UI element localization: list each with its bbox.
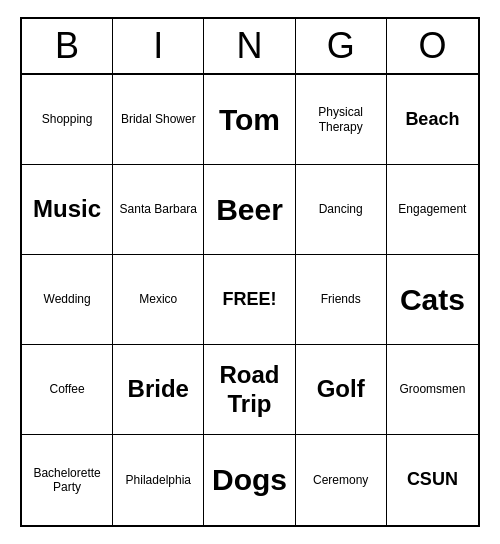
- bingo-cell-21: Philadelphia: [113, 435, 204, 525]
- bingo-cell-8: Dancing: [296, 165, 387, 255]
- header-letter: G: [296, 19, 387, 73]
- bingo-cell-5: Music: [22, 165, 113, 255]
- bingo-card: BINGO ShoppingBridal ShowerTomPhysical T…: [20, 17, 480, 527]
- bingo-cell-15: Coffee: [22, 345, 113, 435]
- bingo-cell-9: Engagement: [387, 165, 478, 255]
- bingo-cell-0: Shopping: [22, 75, 113, 165]
- bingo-cell-20: Bachelorette Party: [22, 435, 113, 525]
- bingo-cell-4: Beach: [387, 75, 478, 165]
- bingo-cell-1: Bridal Shower: [113, 75, 204, 165]
- bingo-cell-18: Golf: [296, 345, 387, 435]
- bingo-cell-19: Groomsmen: [387, 345, 478, 435]
- bingo-cell-2: Tom: [204, 75, 295, 165]
- bingo-cell-6: Santa Barbara: [113, 165, 204, 255]
- bingo-cell-17: Road Trip: [204, 345, 295, 435]
- bingo-cell-10: Wedding: [22, 255, 113, 345]
- bingo-cell-14: Cats: [387, 255, 478, 345]
- header-letter: N: [204, 19, 295, 73]
- header-letter: B: [22, 19, 113, 73]
- bingo-cell-7: Beer: [204, 165, 295, 255]
- bingo-cell-24: CSUN: [387, 435, 478, 525]
- bingo-cell-12: FREE!: [204, 255, 295, 345]
- header-letter: I: [113, 19, 204, 73]
- bingo-cell-23: Ceremony: [296, 435, 387, 525]
- bingo-cell-13: Friends: [296, 255, 387, 345]
- header-letter: O: [387, 19, 478, 73]
- bingo-cell-16: Bride: [113, 345, 204, 435]
- bingo-grid: ShoppingBridal ShowerTomPhysical Therapy…: [22, 75, 478, 525]
- bingo-header: BINGO: [22, 19, 478, 75]
- bingo-cell-11: Mexico: [113, 255, 204, 345]
- bingo-cell-22: Dogs: [204, 435, 295, 525]
- bingo-cell-3: Physical Therapy: [296, 75, 387, 165]
